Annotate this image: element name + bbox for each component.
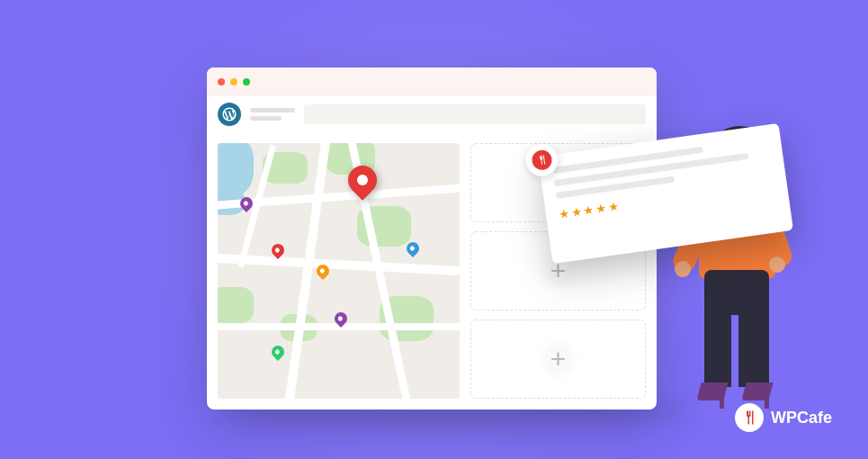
star-icon: ★	[583, 202, 595, 218]
star-icon: ★	[570, 204, 583, 220]
logo-icon	[735, 403, 764, 432]
star-icon: ★	[558, 206, 570, 221]
wpcafe-logo: WPCafe	[735, 403, 832, 432]
star-rating: ★ ★ ★ ★ ★	[558, 177, 775, 221]
minimize-dot[interactable]	[230, 78, 237, 86]
star-icon: ★	[607, 199, 620, 214]
logo-text: WPCafe	[771, 409, 832, 428]
close-dot[interactable]	[218, 78, 225, 86]
toolbar	[207, 96, 657, 132]
map[interactable]	[218, 143, 460, 399]
utensils-icon	[531, 148, 553, 171]
maximize-dot[interactable]	[243, 78, 250, 86]
wordpress-icon	[218, 103, 241, 126]
plus-icon: +	[550, 344, 567, 374]
title-placeholder	[250, 108, 295, 121]
star-icon: ★	[595, 201, 608, 216]
browser-chrome	[207, 68, 657, 96]
search-bar[interactable]	[304, 104, 646, 124]
map-pin-icon[interactable]	[269, 343, 287, 361]
add-slot[interactable]: +	[470, 320, 646, 399]
